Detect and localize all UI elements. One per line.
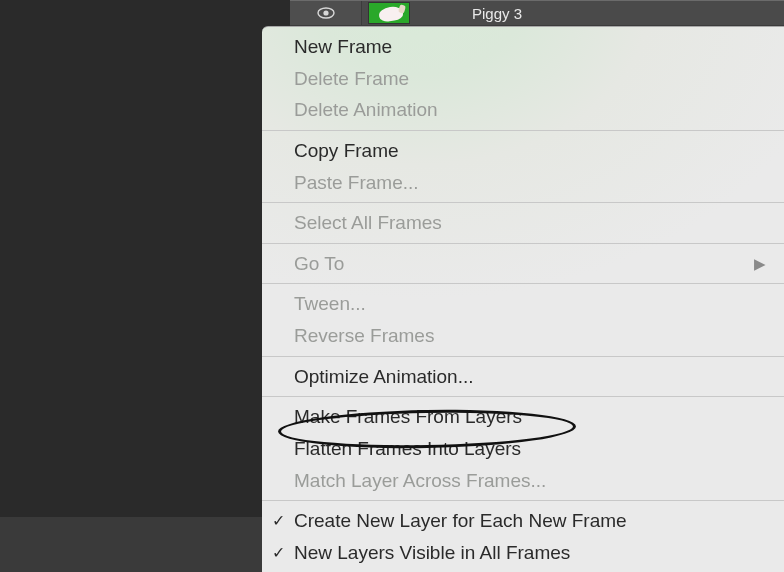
- menu-paste-frame: Paste Frame...: [262, 167, 784, 199]
- layer-row[interactable]: Piggy 3: [290, 0, 784, 26]
- layer-name-label: Piggy 3: [472, 5, 522, 22]
- menu-reverse-frames: Reverse Frames: [262, 320, 784, 352]
- menu-new-frame[interactable]: New Frame: [262, 31, 784, 63]
- workspace-area: [0, 0, 290, 572]
- menu-copy-frame[interactable]: Copy Frame: [262, 135, 784, 167]
- menu-new-layers-visible-all-frames-label: New Layers Visible in All Frames: [294, 540, 570, 566]
- layer-visibility-toggle[interactable]: [290, 1, 362, 25]
- menu-new-layers-visible-all-frames[interactable]: ✓ New Layers Visible in All Frames: [262, 537, 784, 569]
- menu-match-layer-across-frames: Match Layer Across Frames...: [262, 465, 784, 497]
- menu-create-new-layer-each-frame[interactable]: ✓ Create New Layer for Each New Frame: [262, 505, 784, 537]
- svg-point-1: [323, 10, 328, 15]
- check-icon: ✓: [272, 510, 285, 532]
- layer-thumbnail: [368, 2, 410, 24]
- check-icon: ✓: [272, 542, 285, 564]
- menu-flatten-frames-into-layers[interactable]: Flatten Frames Into Layers: [262, 433, 784, 465]
- menu-make-frames-from-layers[interactable]: Make Frames From Layers: [262, 401, 784, 433]
- menu-select-all-frames: Select All Frames: [262, 207, 784, 239]
- menu-tween: Tween...: [262, 288, 784, 320]
- timeline-context-menu: New Frame Delete Frame Delete Animation …: [262, 26, 784, 572]
- menu-optimize-animation[interactable]: Optimize Animation...: [262, 361, 784, 393]
- menu-create-new-layer-each-frame-label: Create New Layer for Each New Frame: [294, 508, 627, 534]
- eye-icon: [317, 7, 335, 19]
- menu-go-to-label: Go To: [294, 251, 344, 277]
- chevron-right-icon: ▶: [754, 254, 766, 274]
- menu-delete-frame: Delete Frame: [262, 63, 784, 95]
- workspace-status-bar: [0, 517, 290, 572]
- menu-go-to: Go To ▶: [262, 248, 784, 280]
- menu-delete-animation: Delete Animation: [262, 94, 784, 126]
